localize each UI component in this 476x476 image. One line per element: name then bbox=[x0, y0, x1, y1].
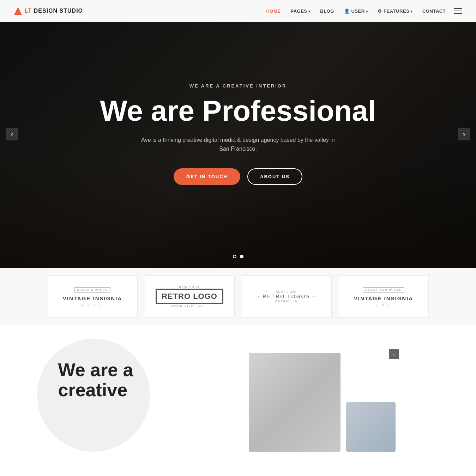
logo-card-4-main: VINTAGE INSIGNIA bbox=[354, 295, 413, 301]
logo-card-4-content: Black and White VINTAGE INSIGNIA ◇ ✕ ◇ bbox=[354, 286, 413, 307]
nav-item-blog[interactable]: BLOG bbox=[320, 8, 334, 14]
hamburger-line-2 bbox=[454, 11, 462, 11]
logo-card-1-badge: BLACK & WHITE bbox=[74, 287, 110, 293]
logo-strip-section: BLACK & WHITE VINTAGE INSIGNIA ◇ ◇ ◇ ◇ ·… bbox=[0, 268, 476, 325]
logo-strip-inner: BLACK & WHITE VINTAGE INSIGNIA ◇ ◇ ◇ ◇ ·… bbox=[44, 268, 432, 325]
bottom-section: We are a creative ‹ bbox=[0, 325, 476, 466]
hero-next-button[interactable]: › bbox=[458, 128, 470, 140]
logo-card-3-main: · RETRO LOGOS · bbox=[258, 294, 315, 299]
logo-card-1: BLACK & WHITE VINTAGE INSIGNIA ◇ ◇ ◇ ◇ bbox=[48, 275, 138, 318]
bottom-image-small bbox=[346, 402, 396, 452]
hero-dot-2[interactable] bbox=[240, 255, 243, 258]
logo-card-2-main: RETRO LOGO bbox=[162, 292, 217, 301]
hero-content: WE ARE A CREATIVE INTERIOR We are Profes… bbox=[0, 0, 476, 268]
nav-link-home[interactable]: HOME bbox=[266, 8, 281, 14]
logo-card-3-est: · SNC. ☉ 1991 · bbox=[258, 290, 315, 294]
hero-dot-1[interactable] bbox=[233, 255, 236, 258]
bottom-heading-line1: We are a bbox=[58, 360, 133, 380]
hamburger-line-1 bbox=[454, 8, 462, 9]
logo-card-4: Black and White VINTAGE INSIGNIA ◇ ✕ ◇ bbox=[339, 275, 429, 318]
logo-card-2-sub-bottom: SINCE 1920 · EST · bbox=[156, 304, 223, 307]
logo-card-1-main: VINTAGE INSIGNIA bbox=[63, 295, 122, 301]
bottom-image-nav-button[interactable]: ‹ bbox=[389, 349, 399, 359]
nav-link-features[interactable]: ⚙ FEATURES bbox=[378, 8, 412, 14]
logo-card-4-badge: Black and White bbox=[363, 287, 404, 293]
about-us-button[interactable]: ABOUT US bbox=[247, 168, 302, 185]
nav-item-features[interactable]: ⚙ FEATURES bbox=[378, 8, 412, 14]
hero-title: We are Professional bbox=[100, 95, 376, 127]
bottom-heading: We are a creative bbox=[58, 360, 228, 400]
logo-card-3-sub: AUTHENTIC bbox=[258, 299, 315, 302]
logo-card-3-content: · SNC. ☉ 1991 · · RETRO LOGOS · AUTHENTI… bbox=[258, 290, 315, 302]
site-logo[interactable]: LT DESIGN STUDIO bbox=[14, 7, 83, 15]
nav-links: HOME PAGES BLOG 👤 USER ⚙ FEATURES CONTAC… bbox=[266, 8, 446, 14]
hero-description: Ave is a thriving creative digital media… bbox=[139, 135, 337, 153]
get-in-touch-button[interactable]: GET IN TOUCH bbox=[174, 168, 240, 185]
logo-card-2-box: RETRO LOGO bbox=[156, 289, 223, 304]
logo-card-1-sub: ◇ ◇ ◇ ◇ bbox=[63, 303, 122, 307]
bottom-right: ‹ bbox=[249, 353, 418, 452]
bottom-section-inner: We are a creative ‹ bbox=[44, 332, 432, 466]
logo-icon bbox=[14, 7, 22, 15]
nav-item-contact[interactable]: CONTACT bbox=[422, 8, 446, 14]
nav-item-home[interactable]: HOME bbox=[266, 8, 281, 14]
nav-link-pages[interactable]: PAGES bbox=[290, 8, 310, 14]
nav-link-user[interactable]: 👤 USER bbox=[344, 8, 368, 14]
logo-card-3: · SNC. ☉ 1991 · · RETRO LOGOS · AUTHENTI… bbox=[242, 275, 332, 318]
logo-card-2: · New York · RETRO LOGO SINCE 1920 · EST… bbox=[145, 275, 235, 318]
hero-buttons: GET IN TOUCH ABOUT US bbox=[174, 168, 302, 185]
nav-item-pages[interactable]: PAGES bbox=[290, 8, 310, 14]
bottom-left: We are a creative bbox=[58, 353, 228, 452]
hamburger-line-3 bbox=[454, 13, 462, 14]
hero-dots bbox=[233, 255, 243, 258]
logo-lt: LT DESIGN STUDIO bbox=[25, 8, 83, 14]
nav-link-blog[interactable]: BLOG bbox=[320, 8, 334, 14]
hero-subtitle: WE ARE A CREATIVE INTERIOR bbox=[189, 83, 287, 89]
logo-card-2-sub-top: · New York · bbox=[156, 285, 223, 289]
logo-card-1-content: BLACK & WHITE VINTAGE INSIGNIA ◇ ◇ ◇ ◇ bbox=[63, 286, 122, 307]
navbar: LT DESIGN STUDIO HOME PAGES BLOG 👤 USER … bbox=[0, 0, 476, 22]
nav-link-contact[interactable]: CONTACT bbox=[422, 8, 446, 14]
nav-item-user[interactable]: 👤 USER bbox=[344, 8, 368, 14]
logo-card-4-sub: ◇ ✕ ◇ bbox=[354, 303, 413, 307]
bottom-heading-line2: creative bbox=[58, 380, 128, 400]
bottom-image-main bbox=[249, 353, 341, 452]
logo-card-2-content: · New York · RETRO LOGO SINCE 1920 · EST… bbox=[156, 285, 223, 307]
hamburger-menu[interactable] bbox=[454, 8, 462, 14]
hero-section: ‹ › WE ARE A CREATIVE INTERIOR We are Pr… bbox=[0, 0, 476, 268]
hero-prev-button[interactable]: ‹ bbox=[6, 128, 18, 140]
